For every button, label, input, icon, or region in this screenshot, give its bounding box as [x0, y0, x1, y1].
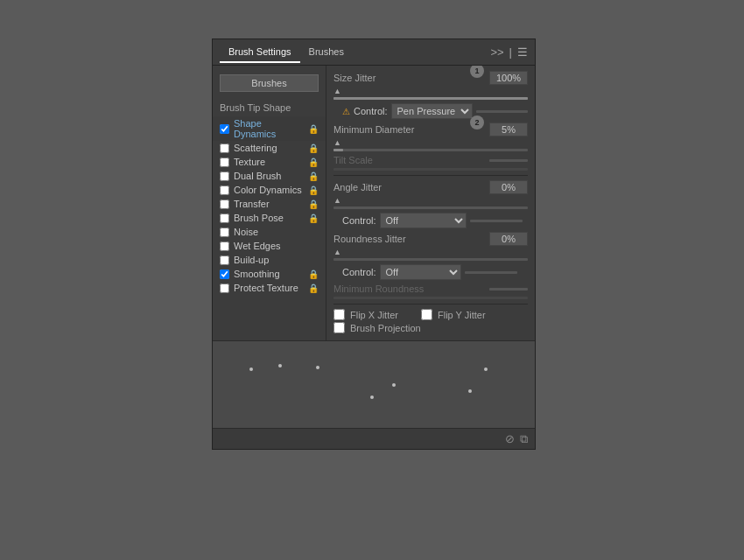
- roundness-mini-slider: [465, 271, 517, 274]
- label-dual-brush: Dual Brush: [234, 171, 306, 181]
- list-item-noise[interactable]: Noise: [213, 225, 326, 239]
- preview-dot: [392, 383, 396, 387]
- tab-bar: Brush Settings Brushes >> | ☰: [213, 39, 535, 66]
- warning-icon: ⚠: [342, 107, 350, 116]
- list-item-protect-texture[interactable]: Protect Texture 🔒: [213, 281, 326, 295]
- roundness-jitter-triangle: ▲: [333, 248, 528, 256]
- roundness-control-dropdown[interactable]: Off Fade Pen Pressure Pen Tilt Stylus Wh…: [380, 264, 461, 280]
- checkbox-flip-x[interactable]: [333, 309, 345, 320]
- checkbox-texture[interactable]: [220, 158, 229, 167]
- list-item-smoothing[interactable]: Smoothing 🔒: [213, 267, 326, 281]
- checkbox-brush-pose[interactable]: [220, 214, 229, 223]
- label-wet-edges: Wet Edges: [234, 241, 319, 251]
- pen-pressure-mini-slider: [476, 110, 528, 113]
- label-texture: Texture: [234, 157, 306, 167]
- checkbox-buildup[interactable]: [220, 256, 229, 265]
- label-shape-dynamics: Shape Dynamics: [234, 118, 306, 139]
- list-item-color-dynamics[interactable]: Color Dynamics 🔒: [213, 183, 326, 197]
- checkbox-transfer[interactable]: [220, 200, 229, 209]
- brushes-button[interactable]: Brushes: [220, 74, 319, 92]
- min-roundness-slider: [333, 297, 528, 299]
- brush-projection-row: Brush Projection: [333, 322, 528, 333]
- preview-dot: [484, 368, 488, 371]
- label-scattering: Scattering: [234, 143, 306, 153]
- min-roundness-label: Minimum Roundness: [333, 284, 489, 294]
- size-jitter-slider[interactable]: [333, 97, 528, 100]
- divider-1: [333, 175, 528, 176]
- size-jitter-label: Size Jitter: [333, 73, 467, 83]
- checkbox-protect-texture[interactable]: [220, 284, 229, 293]
- label-flip-y: Flip Y Jitter: [438, 310, 486, 320]
- preview-dot: [249, 368, 253, 371]
- label-transfer: Transfer: [234, 199, 306, 209]
- menu-icon[interactable]: ☰: [517, 46, 528, 59]
- checkbox-noise[interactable]: [220, 228, 229, 237]
- pen-pressure-row: ⚠ Control: Pen Pressure Off Fade Pen Til…: [333, 103, 528, 119]
- preview-dot: [316, 366, 319, 369]
- min-diameter-slider[interactable]: [333, 149, 528, 151]
- angle-jitter-input[interactable]: [489, 180, 528, 194]
- lock-icon-transfer: 🔒: [308, 200, 319, 209]
- lock-icon-smoothing: 🔒: [308, 270, 319, 279]
- left-panel: Brushes Brush Tip Shape Shape Dynamics 🔒…: [213, 66, 326, 340]
- tilt-scale-slider: [333, 168, 528, 171]
- label-smoothing: Smoothing: [234, 269, 306, 279]
- badge-2: 2: [470, 116, 484, 130]
- lock-icon-scattering: 🔒: [308, 144, 319, 153]
- angle-control-row: Control: Off Fade Pen Pressure Pen Tilt …: [333, 213, 528, 228]
- divider-icon: |: [509, 46, 512, 59]
- lock-icon-dual-brush: 🔒: [308, 172, 319, 181]
- bottom-icon-1[interactable]: ⊘: [505, 432, 515, 445]
- checkbox-scattering[interactable]: [220, 144, 229, 153]
- brush-preview-area: [213, 340, 535, 428]
- roundness-control-label: Control:: [342, 267, 376, 277]
- angle-mini-slider: [470, 220, 523, 222]
- roundness-jitter-slider[interactable]: [333, 258, 528, 261]
- bottom-icon-2[interactable]: ⧉: [520, 432, 528, 446]
- list-item-brush-pose[interactable]: Brush Pose 🔒: [213, 211, 326, 225]
- checkbox-wet-edges[interactable]: [220, 242, 229, 251]
- list-item-dual-brush[interactable]: Dual Brush 🔒: [213, 169, 326, 183]
- tab-brush-settings[interactable]: Brush Settings: [220, 42, 300, 63]
- panel-body: Brushes Brush Tip Shape Shape Dynamics 🔒…: [213, 66, 535, 340]
- roundness-jitter-label: Roundness Jitter: [333, 234, 489, 244]
- min-roundness-value: [489, 288, 528, 290]
- lock-icon-protect-texture: 🔒: [308, 284, 319, 293]
- checkbox-dual-brush[interactable]: [220, 172, 229, 181]
- list-item-texture[interactable]: Texture 🔒: [213, 155, 326, 169]
- checkbox-shape-dynamics[interactable]: [220, 124, 229, 134]
- brushes-btn-wrap: Brushes: [213, 71, 326, 99]
- checkbox-color-dynamics[interactable]: [220, 186, 229, 195]
- angle-jitter-label: Angle Jitter: [333, 182, 489, 192]
- pen-pressure-dropdown[interactable]: Pen Pressure Off Fade Pen Tilt Stylus Wh…: [391, 103, 473, 119]
- label-color-dynamics: Color Dynamics: [234, 185, 306, 195]
- tab-icons: >> | ☰: [490, 46, 528, 59]
- size-jitter-row: Size Jitter 1: [333, 71, 528, 85]
- lock-icon-texture: 🔒: [308, 158, 319, 167]
- angle-control-dropdown[interactable]: Off Fade Pen Pressure Pen Tilt Stylus Wh…: [380, 213, 467, 228]
- list-item-wet-edges[interactable]: Wet Edges: [213, 239, 326, 253]
- min-diameter-row: Minimum Diameter 2: [333, 122, 528, 136]
- label-flip-x: Flip X Jitter: [350, 310, 398, 320]
- brush-tip-shape-label: Brush Tip Shape: [213, 99, 326, 116]
- list-item-transfer[interactable]: Transfer 🔒: [213, 197, 326, 211]
- list-item-scattering[interactable]: Scattering 🔒: [213, 141, 326, 155]
- label-noise: Noise: [234, 227, 319, 237]
- checkbox-brush-projection[interactable]: [333, 322, 345, 333]
- min-roundness-row: Minimum Roundness: [333, 284, 528, 294]
- min-diameter-fill: [333, 149, 343, 151]
- list-item-buildup[interactable]: Build-up: [213, 253, 326, 267]
- angle-jitter-slider[interactable]: [333, 206, 528, 209]
- preview-dot: [468, 389, 472, 393]
- expand-icon[interactable]: >>: [490, 46, 503, 59]
- list-item-shape-dynamics[interactable]: Shape Dynamics 🔒: [213, 116, 326, 141]
- tab-brushes[interactable]: Brushes: [300, 42, 353, 63]
- checkbox-flip-y[interactable]: [421, 309, 432, 320]
- angle-jitter-row: Angle Jitter: [333, 180, 528, 194]
- roundness-jitter-input[interactable]: [489, 232, 528, 246]
- size-jitter-input[interactable]: [489, 71, 528, 85]
- size-jitter-triangle: ▲: [333, 88, 528, 95]
- checkbox-smoothing[interactable]: [220, 270, 229, 279]
- size-jitter-fill: [333, 97, 528, 100]
- min-diameter-input[interactable]: [489, 122, 528, 136]
